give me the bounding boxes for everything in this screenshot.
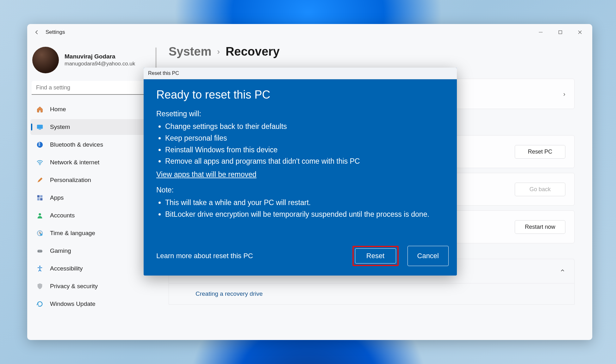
resetting-will-label: Resetting will: <box>156 110 444 118</box>
profile-email: manugodara94@yahoo.co.uk <box>65 61 135 67</box>
wifi-icon <box>36 159 44 166</box>
nav-label: Accounts <box>50 212 75 219</box>
minimize-button[interactable] <box>531 25 551 40</box>
profile-block[interactable]: Manuviraj Godara manugodara94@yahoo.co.u… <box>30 44 152 81</box>
cancel-button[interactable]: Cancel <box>408 246 449 266</box>
bullet-item: Keep personal files <box>165 132 444 144</box>
nav-label: Accessibility <box>50 265 83 272</box>
bullet-item: BitLocker drive encryption will be tempo… <box>165 209 444 220</box>
brush-icon <box>36 176 44 184</box>
home-icon <box>36 106 44 113</box>
crumb-recovery: Recovery <box>226 45 280 58</box>
nav-label: Network & internet <box>50 159 99 166</box>
person-icon <box>36 212 44 219</box>
reset-pc-button[interactable]: Reset PC <box>515 145 565 159</box>
note-bullets: This will take a while and your PC will … <box>156 197 444 220</box>
chevron-up-icon <box>560 268 565 275</box>
svg-rect-8 <box>37 195 40 197</box>
view-apps-link[interactable]: View apps that will be removed <box>156 170 257 179</box>
nav-label: Personalization <box>50 177 91 184</box>
nav-home[interactable]: Home <box>30 101 152 117</box>
dialog-heading: Ready to reset this PC <box>156 88 444 101</box>
avatar <box>32 47 59 73</box>
clock-icon <box>36 229 44 237</box>
bullet-item: Remove all apps and programs that didn't… <box>165 155 444 167</box>
dialog-titlebar: Reset this PC <box>144 68 457 79</box>
window-title: Settings <box>46 29 65 35</box>
search-input[interactable] <box>32 81 151 95</box>
nav-system[interactable]: System <box>30 119 152 135</box>
accessibility-icon <box>36 265 44 272</box>
svg-point-17 <box>40 251 41 252</box>
go-back-button: Go back <box>515 183 565 196</box>
nav-time[interactable]: Time & language <box>30 225 152 241</box>
svg-point-7 <box>40 164 40 165</box>
svg-rect-11 <box>40 198 42 200</box>
svg-rect-1 <box>559 31 562 34</box>
bluetooth-icon <box>36 141 44 149</box>
profile-text: Manuviraj Godara manugodara94@yahoo.co.u… <box>65 53 135 67</box>
nav-label: System <box>50 124 70 130</box>
sidebar: Manuviraj Godara manugodara94@yahoo.co.u… <box>27 40 155 340</box>
breadcrumb: System › Recovery <box>169 45 575 58</box>
svg-point-16 <box>38 251 39 252</box>
nav-accounts[interactable]: Accounts <box>30 208 152 223</box>
reset-dialog: Reset this PC Ready to reset this PC Res… <box>144 68 457 276</box>
window-controls <box>531 25 590 40</box>
nav-gaming[interactable]: Gaming <box>30 243 152 259</box>
dialog-body: Ready to reset this PC Resetting will: C… <box>144 79 457 240</box>
chevron-right-icon: › <box>563 90 565 98</box>
help-link-recovery-drive[interactable]: Creating a recovery drive <box>169 283 575 305</box>
nav-update[interactable]: Windows Update <box>30 296 152 312</box>
nav-label: Gaming <box>50 247 71 254</box>
gamepad-icon <box>36 247 44 255</box>
nav-label: Time & language <box>50 230 95 237</box>
nav-label: Apps <box>50 194 64 201</box>
nav-label: Privacy & security <box>50 283 98 290</box>
svg-rect-5 <box>39 129 41 130</box>
shield-icon <box>36 282 44 290</box>
note-label: Note: <box>156 186 444 194</box>
chevron-right-icon: › <box>217 47 220 57</box>
bullet-item: Change settings back to their defaults <box>165 121 444 132</box>
reset-highlight-annotation: Reset <box>352 246 399 266</box>
bullet-item: Reinstall Windows from this device <box>165 144 444 156</box>
system-icon <box>36 123 44 131</box>
update-icon <box>36 300 44 308</box>
nav: Home System Bluetooth & devices <box>30 100 152 313</box>
learn-more-link[interactable]: Learn more about reset this PC <box>156 252 253 260</box>
nav-bluetooth[interactable]: Bluetooth & devices <box>30 137 152 153</box>
profile-name: Manuviraj Godara <box>65 53 135 60</box>
back-button[interactable] <box>30 25 44 39</box>
reset-bullets: Change settings back to their defaults K… <box>156 121 444 167</box>
svg-rect-15 <box>37 250 43 252</box>
apps-icon <box>36 194 44 202</box>
crumb-system[interactable]: System <box>169 45 211 58</box>
reset-button[interactable]: Reset <box>355 248 396 264</box>
nav-apps[interactable]: Apps <box>30 190 152 206</box>
nav-label: Bluetooth & devices <box>50 141 103 148</box>
svg-point-12 <box>39 213 41 215</box>
nav-accessibility[interactable]: Accessibility <box>30 261 152 276</box>
close-button[interactable] <box>570 25 590 40</box>
nav-network[interactable]: Network & internet <box>30 155 152 170</box>
bullet-item: This will take a while and your PC will … <box>165 197 444 209</box>
svg-point-14 <box>40 234 42 236</box>
maximize-button[interactable] <box>551 25 570 40</box>
svg-rect-4 <box>37 125 43 129</box>
nav-privacy[interactable]: Privacy & security <box>30 278 152 294</box>
svg-rect-10 <box>37 198 40 200</box>
svg-rect-9 <box>40 195 42 197</box>
titlebar: Settings <box>27 24 592 40</box>
nav-label: Windows Update <box>50 300 96 307</box>
nav-label: Home <box>50 106 66 113</box>
nav-personalization[interactable]: Personalization <box>30 172 152 188</box>
restart-now-button[interactable]: Restart now <box>515 220 565 234</box>
dialog-footer: Learn more about reset this PC Reset Can… <box>144 240 457 276</box>
svg-point-18 <box>39 266 40 267</box>
